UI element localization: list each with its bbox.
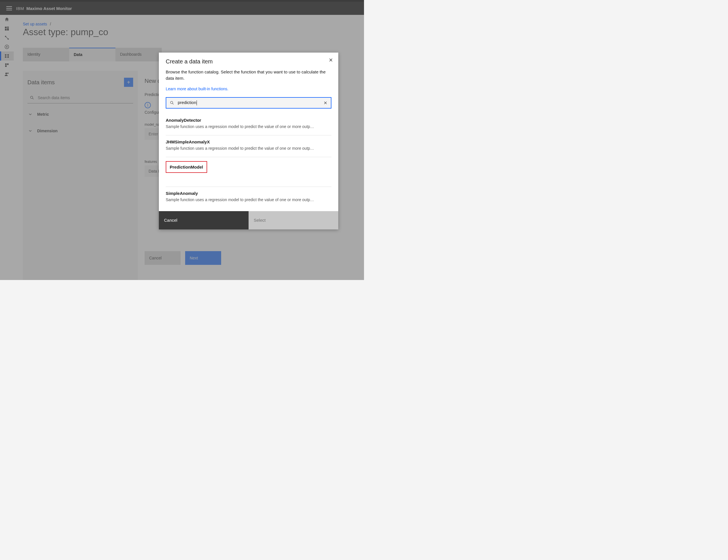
search-icon — [170, 101, 174, 105]
result-prediction-model[interactable]: PredictionModel — [166, 157, 331, 187]
svg-point-13 — [171, 101, 173, 103]
create-data-item-modal: Create a data item Browse the function c… — [159, 53, 338, 229]
modal-description: Browse the function catalog. Select the … — [166, 69, 331, 81]
result-desc: Sample function uses a regression model … — [166, 197, 326, 202]
result-desc: Sample function uses a regression model … — [166, 146, 326, 151]
result-desc — [166, 175, 326, 180]
modal-title: Create a data item — [166, 58, 331, 65]
text-caret — [197, 100, 197, 105]
function-results-list: AnomalyDetector Sample function uses a r… — [166, 114, 331, 208]
result-desc: Sample function uses a regression model … — [166, 124, 326, 129]
modal-body: Create a data item Browse the function c… — [159, 53, 338, 208]
modal-close-button[interactable] — [327, 57, 334, 63]
app-root: IBM Maximo Asset Monitor Set up asse — [0, 0, 364, 280]
close-icon — [323, 101, 327, 105]
result-anomaly-detector[interactable]: AnomalyDetector Sample function uses a r… — [166, 114, 331, 135]
modal-search[interactable]: prediction — [166, 97, 331, 109]
result-title: AnomalyDetector — [166, 118, 331, 123]
result-jhm-simple-anomaly-x[interactable]: JHMSimpleAnomalyX Sample function uses a… — [166, 135, 331, 157]
modal-search-input[interactable]: prediction — [178, 100, 197, 105]
close-icon — [329, 58, 333, 62]
modal-search-clear-button[interactable] — [320, 98, 331, 108]
modal-select-button[interactable]: Select — [249, 211, 338, 229]
result-simple-anomaly[interactable]: SimpleAnomaly Sample function uses a reg… — [166, 187, 331, 208]
modal-cancel-button[interactable]: Cancel — [159, 211, 249, 229]
result-title: PredictionModel — [166, 161, 207, 173]
result-title: SimpleAnomaly — [166, 191, 331, 196]
modal-footer: Cancel Select — [159, 211, 338, 229]
result-title: JHMSimpleAnomalyX — [166, 139, 331, 144]
modal-learn-more-link[interactable]: Learn more about built-in functions. — [166, 87, 228, 91]
